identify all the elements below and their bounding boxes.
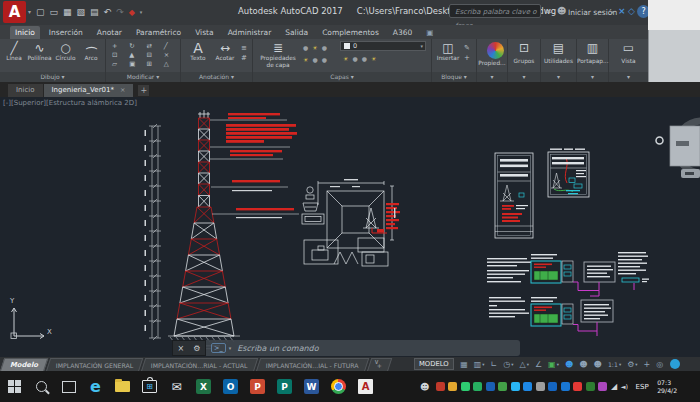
- isometric-drafting-button[interactable]: △▾: [517, 360, 531, 369]
- ribbon-tab-inicio[interactable]: Inicio: [10, 26, 40, 39]
- circle-tool-button[interactable]: ○ Círculo: [53, 41, 78, 62]
- annotation-visibility-button[interactable]: ☻: [562, 360, 575, 369]
- layer-quick-icons-row2[interactable]: ☀ ● ●: [303, 56, 327, 63]
- signin-person-icon[interactable]: ☻: [557, 6, 566, 16]
- annotation-scale-button[interactable]: 1:1▾: [605, 361, 623, 368]
- tray-icon[interactable]: [498, 382, 507, 391]
- language-indicator[interactable]: ESP: [636, 383, 649, 391]
- customization-button[interactable]: ⚙▾: [625, 360, 640, 369]
- mail-button[interactable]: ✉: [168, 378, 185, 395]
- save-icon[interactable]: ▦: [63, 7, 72, 17]
- autocad-taskbar-button[interactable]: A: [357, 378, 374, 395]
- redo-icon[interactable]: ↷: [116, 7, 124, 17]
- app-menu-button[interactable]: A: [3, 1, 26, 23]
- panel-label-modificar[interactable]: Modificar ▾: [106, 72, 180, 82]
- new-drawing-tab-button[interactable]: +: [138, 85, 149, 96]
- start-button[interactable]: [6, 378, 23, 395]
- layer-match-icon[interactable]: ☀: [371, 55, 376, 62]
- block-edit-icon[interactable]: ✎: [464, 43, 470, 53]
- recent-commands-icon[interactable]: ▾: [229, 345, 232, 351]
- clock[interactable]: 07:3 29/4/2: [657, 379, 681, 394]
- app-menu-arrow-icon[interactable]: ▾: [28, 8, 31, 15]
- arc-tool-button[interactable]: ( Arco: [79, 41, 103, 62]
- snap-mode-button[interactable]: ▥▾: [471, 360, 487, 369]
- open-icon[interactable]: ▭: [50, 7, 59, 17]
- tray-icon[interactable]: [598, 382, 607, 391]
- task-view-button[interactable]: [60, 378, 77, 395]
- annotation-people-button[interactable]: ☻: [591, 360, 604, 369]
- excel-button[interactable]: X: [195, 378, 212, 395]
- tray-icon[interactable]: [573, 382, 582, 391]
- polar-tracking-button[interactable]: ◷▾: [501, 360, 516, 369]
- grid-display-button[interactable]: ▦: [458, 360, 471, 369]
- ribbon-options-icon[interactable]: ▣: [421, 26, 438, 39]
- array-icon[interactable]: ▣: [129, 60, 141, 68]
- tray-icon[interactable]: [523, 382, 532, 391]
- search-button[interactable]: [33, 378, 50, 395]
- publisher-button[interactable]: P: [276, 378, 293, 395]
- exchange-apps-icon[interactable]: ×: [618, 6, 626, 16]
- layout-tab-implantacion-actual[interactable]: IMPLANTACIÓN...RIAL - ACTUAL: [141, 358, 258, 372]
- clean-screen-button[interactable]: [670, 359, 680, 369]
- search-binoculars-icon[interactable]: ∞: [545, 6, 553, 16]
- new-layout-button[interactable]: +: [366, 358, 392, 372]
- drawing-canvas[interactable]: [-][Superior][Estructura alámbrica 2D] Y…: [0, 97, 700, 357]
- erase-icon[interactable]: ×: [164, 51, 176, 59]
- ribbon-tab-complementos[interactable]: Complementos: [317, 26, 384, 39]
- insert-block-button[interactable]: ◫ Insertar: [434, 41, 462, 62]
- copy-icon[interactable]: ⊡: [112, 51, 124, 59]
- layer-quick-icons-row1[interactable]: ● ☀ ●: [303, 44, 327, 51]
- ribbon-tab-administrar[interactable]: Administrar: [223, 26, 277, 39]
- layer-dropdown-arrow-icon[interactable]: ▾: [420, 42, 423, 51]
- command-line[interactable]: >_ ▾ Escriba un comando: [206, 340, 520, 356]
- mirror-icon[interactable]: ▲: [129, 51, 141, 59]
- ortho-mode-button[interactable]: ∟: [488, 360, 500, 369]
- command-prompt-text[interactable]: Escriba un comando: [237, 344, 318, 353]
- panel-label-portapapeles[interactable]: ▾: [577, 72, 608, 82]
- signin-arrow-icon[interactable]: ▾: [611, 9, 614, 15]
- model-space-button[interactable]: MODELO: [414, 358, 454, 370]
- block-minis[interactable]: ✎ +: [464, 43, 470, 63]
- table-icon[interactable]: #: [241, 53, 247, 63]
- layer-properties-button[interactable]: ≣ Propiedades de capa: [259, 41, 297, 68]
- ribbon-tab-parametrico[interactable]: Paramétrico: [131, 26, 186, 39]
- layer-on-icon[interactable]: ☀: [312, 44, 317, 51]
- layer-lock2-icon[interactable]: ●: [362, 55, 367, 62]
- tray-icon[interactable]: [436, 382, 445, 391]
- tray-icon[interactable]: [486, 382, 495, 391]
- panel-grupos[interactable]: ⊡ Grupos ▾: [508, 39, 541, 82]
- layer-off-icon[interactable]: ●: [303, 44, 308, 51]
- block-create-icon[interactable]: +: [464, 53, 470, 63]
- file-tab-close-icon[interactable]: ×: [120, 86, 125, 94]
- ribbon-tab-insercion[interactable]: Inserción: [44, 26, 88, 39]
- panel-label-vista[interactable]: ▾: [609, 72, 648, 82]
- polyline-tool-button[interactable]: ∿ Polilínea: [27, 41, 52, 62]
- object-snap-tracking-button[interactable]: ∠: [532, 360, 544, 369]
- save-as-icon[interactable]: ▧: [77, 7, 86, 17]
- tray-icon[interactable]: [473, 382, 482, 391]
- layer-lock-icon[interactable]: ●: [312, 56, 317, 63]
- move-icon[interactable]: +: [112, 42, 124, 50]
- offset-icon[interactable]: ▱: [112, 60, 124, 68]
- isolate-objects-button[interactable]: ◎: [654, 360, 666, 369]
- workspace-icon[interactable]: ◆: [129, 8, 135, 17]
- infocenter-search-input[interactable]: Escriba palabra clave o frase: [449, 4, 541, 18]
- tray-icon[interactable]: [586, 382, 595, 391]
- layer-thaw-icon[interactable]: ☀: [303, 56, 308, 63]
- a360-icon[interactable]: ◇: [628, 6, 635, 16]
- stretch-icon[interactable]: ⊟: [147, 51, 159, 59]
- rotate-icon[interactable]: ↻: [129, 42, 141, 50]
- store-button[interactable]: ⊞: [141, 378, 158, 395]
- fillet-icon[interactable]: ╱: [164, 42, 176, 50]
- layer-isolate-icon[interactable]: ●: [322, 56, 327, 63]
- status-add-button[interactable]: +: [641, 360, 653, 369]
- layer-sun-icon[interactable]: ●: [352, 55, 357, 62]
- annotation-minis[interactable]: ≡ #: [241, 43, 247, 63]
- layout-tab-implantacion-general[interactable]: IMPLANTACIÓN GENERAL: [46, 358, 144, 372]
- file-tab-inicio[interactable]: Inicio: [8, 84, 43, 97]
- panel-vista[interactable]: ▭ Vista ▾: [609, 39, 648, 82]
- volume-icon[interactable]: ◄): [621, 383, 629, 391]
- signin-label[interactable]: Iniciar sesión: [568, 8, 617, 17]
- layer-dropdown[interactable]: 0 ▾: [340, 41, 426, 51]
- layout-tab-modelo[interactable]: Modelo: [0, 358, 48, 372]
